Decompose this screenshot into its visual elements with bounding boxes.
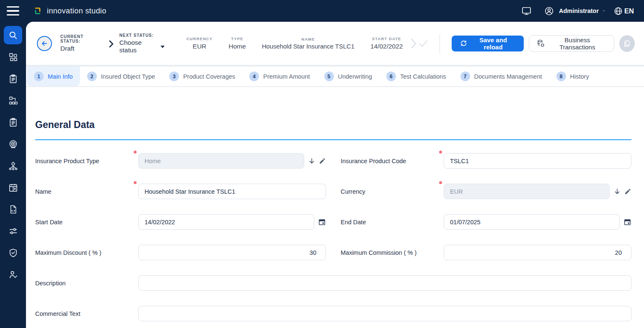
- sidebar-item-hierarchy[interactable]: [4, 156, 22, 175]
- next-status: NEXT STATUS: Choose status: [119, 33, 165, 54]
- copy-document-button[interactable]: [619, 35, 635, 52]
- sliders-icon: [8, 226, 18, 236]
- maximum-discount-field: [138, 245, 326, 260]
- monitor-icon[interactable]: [521, 6, 532, 16]
- tasks-clipboard-icon: [8, 118, 18, 127]
- sidebar-item-process-flow[interactable]: [4, 91, 22, 110]
- commercial-text-field: [138, 306, 631, 321]
- description-field: [138, 275, 631, 291]
- copy-document-icon: [622, 39, 631, 48]
- language-selector[interactable]: EN: [614, 7, 634, 15]
- currency-input[interactable]: [444, 184, 610, 199]
- description-input[interactable]: [138, 275, 631, 291]
- maximum-commission-field: [444, 245, 631, 260]
- required-dot: [439, 151, 442, 154]
- start-date-input[interactable]: [138, 214, 314, 230]
- user-name[interactable]: Administrator: [559, 8, 599, 14]
- edit-pencil-icon[interactable]: [624, 188, 631, 195]
- tab-history[interactable]: 8 History: [549, 67, 596, 86]
- user-menu-caret-icon[interactable]: [602, 10, 605, 12]
- sidebar-item-sliders[interactable]: [4, 222, 22, 240]
- tab-main-info[interactable]: 1 Main Info: [27, 67, 80, 86]
- insurance-product-code-input[interactable]: [444, 153, 631, 169]
- summary-start-date: START DATE 14/02/2022: [370, 36, 403, 50]
- status-chevron-icon: [108, 40, 114, 50]
- sidebar-item-calendar[interactable]: [4, 178, 22, 197]
- menu-icon[interactable]: [7, 6, 19, 15]
- file-code-icon: [8, 205, 18, 214]
- calendar-picker-icon[interactable]: [623, 218, 631, 226]
- sidebar-item-workflow[interactable]: [4, 48, 22, 66]
- brand: innovation studio: [33, 6, 106, 16]
- tab-documents-management[interactable]: 7 Documents Management: [453, 67, 549, 86]
- tab-product-coverages[interactable]: 3 Product Coverages: [162, 67, 242, 86]
- sidebar-item-clipboard[interactable]: [4, 69, 22, 88]
- lookup-arrow-icon[interactable]: [308, 157, 316, 165]
- end-date-field: [444, 214, 631, 230]
- target-icon: [8, 139, 18, 149]
- current-status-label: CURRENT STATUS:: [60, 34, 102, 44]
- name-field: [138, 184, 326, 199]
- maximum-discount-label: Maximum Discount ( % ): [35, 249, 138, 256]
- insurance-product-type-field: [138, 153, 326, 169]
- general-data-form: Insurance Product Type: [35, 153, 631, 321]
- sidebar-item-target[interactable]: [4, 135, 22, 153]
- refresh-icon: [460, 40, 467, 47]
- maximum-discount-input[interactable]: [138, 245, 326, 260]
- back-button[interactable]: [37, 36, 52, 51]
- hierarchy-icon: [8, 161, 18, 171]
- globe-icon: [614, 7, 623, 15]
- tab-underwriting[interactable]: 5 Underwriting: [317, 67, 379, 86]
- main-panel: CURRENT STATUS: Draft NEXT STATUS: Choos…: [26, 22, 644, 328]
- name-label: Name: [35, 188, 138, 195]
- tab-test-calculations[interactable]: 6 Test Calculations: [379, 67, 453, 86]
- tab-strip: 1 Main Info 2 Insured Object Type 3 Prod…: [26, 67, 644, 86]
- main-content: General Data Insurance Product Type: [26, 119, 644, 321]
- shield-check-icon: [8, 248, 18, 258]
- insurance-product-code-field: [444, 153, 631, 169]
- end-date-label: End Date: [341, 219, 444, 226]
- sidebar-nav: [0, 22, 26, 328]
- sidebar-item-tasks[interactable]: [4, 113, 22, 131]
- insurance-product-type-label: Insurance Product Type: [35, 158, 138, 164]
- current-status: CURRENT STATUS: Draft: [60, 34, 102, 52]
- edit-pencil-icon[interactable]: [319, 157, 326, 164]
- required-dot: [134, 181, 137, 184]
- name-input[interactable]: [138, 184, 326, 199]
- sidebar-item-user-check[interactable]: [4, 265, 22, 284]
- maximum-commission-input[interactable]: [444, 245, 631, 260]
- coins-icon: [537, 39, 545, 47]
- logo-icon: [33, 6, 43, 16]
- calendar-picker-icon[interactable]: [318, 218, 326, 226]
- summary-name: NAME Household Star Insurance TSLC1: [262, 37, 354, 50]
- current-status-value: Draft: [60, 45, 102, 52]
- insurance-product-code-label: Insurance Product Code: [341, 158, 444, 164]
- section-title: General Data: [35, 119, 631, 131]
- maximum-commission-label: Maximum Commission ( % ): [341, 249, 444, 256]
- sidebar-item-file-code[interactable]: [4, 200, 22, 218]
- summary-currency: CURRENCY EUR: [186, 36, 213, 50]
- clipboard-icon: [8, 74, 18, 84]
- required-dot: [439, 181, 442, 184]
- divider: [26, 86, 644, 87]
- insurance-product-type-input[interactable]: [138, 153, 304, 169]
- commercial-text-input[interactable]: [138, 306, 631, 321]
- start-date-label: Start Date: [35, 219, 138, 226]
- next-status-label: NEXT STATUS:: [119, 33, 165, 38]
- business-transactions-button[interactable]: Business Transactions: [529, 35, 614, 52]
- status-check-icon: [418, 39, 429, 50]
- workflow-icon: [8, 52, 18, 62]
- end-date-input[interactable]: [444, 214, 620, 230]
- tab-premium-amount[interactable]: 4 Premium Amount: [242, 67, 317, 86]
- top-bar: innovation studio Administrator EN: [0, 0, 644, 22]
- sidebar-item-shield[interactable]: [4, 243, 22, 262]
- commercial-text-label: Commercial Text: [35, 310, 138, 317]
- section-underline: [35, 139, 631, 140]
- lookup-arrow-icon[interactable]: [613, 188, 621, 195]
- sidebar-item-search[interactable]: [4, 26, 22, 44]
- next-status-dropdown[interactable]: Choose status: [119, 39, 165, 54]
- save-and-reload-button[interactable]: Save and reload: [452, 36, 523, 51]
- user-circle-icon[interactable]: [544, 6, 554, 16]
- tab-insured-object-type[interactable]: 2 Insured Object Type: [80, 67, 163, 86]
- chevron-down-icon: [160, 46, 165, 48]
